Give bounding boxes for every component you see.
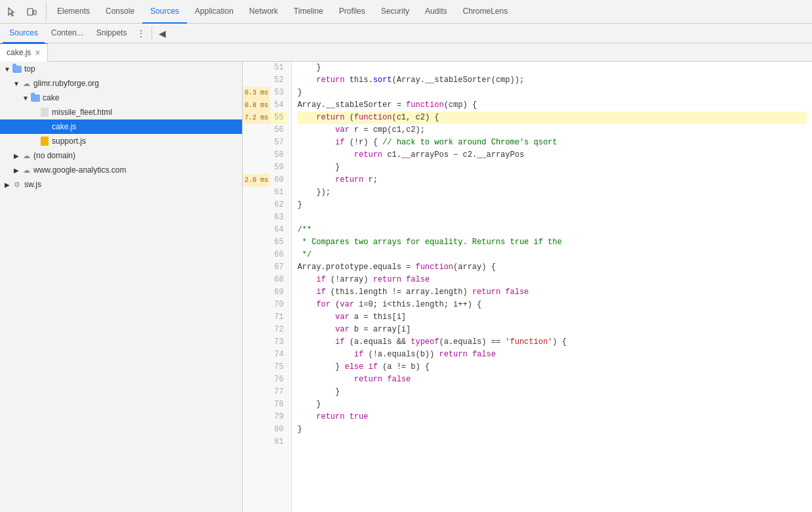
tree-arrow-top <box>3 64 12 74</box>
file-js-icon-cake-js <box>39 121 50 132</box>
tree-arrow-google-analytics <box>12 165 21 175</box>
line-number-70: 70 <box>274 299 283 311</box>
gutter-line-79: 79 <box>243 411 287 423</box>
tree-item-glimr[interactable]: ☁glimr.rubyforge.org <box>0 76 242 91</box>
gutter-line-80: 80 <box>243 423 287 436</box>
tab-content[interactable]: Conten... <box>45 24 90 43</box>
tree-item-no-domain[interactable]: ☁(no domain) <box>0 148 242 163</box>
code-line-52: return this.sort(Array.__stableSorter(cm… <box>297 74 807 87</box>
svg-rect-1 <box>33 11 36 14</box>
code-line-59: } <box>297 161 807 174</box>
tree-arrow-cake-folder <box>21 93 30 102</box>
nav-tab-profiles[interactable]: Profiles <box>331 0 373 24</box>
tree-item-sw-js[interactable]: ⚙sw.js <box>0 177 242 192</box>
tree-label-no-domain: (no domain) <box>33 151 75 160</box>
tree-arrow-cake-js <box>30 122 39 131</box>
tree-item-google-analytics[interactable]: ☁www.google-analytics.com <box>0 163 242 177</box>
gutter-line-77: 77 <box>243 386 287 398</box>
tab-snippets[interactable]: Snippets <box>90 24 134 43</box>
line-number-59: 59 <box>274 161 283 174</box>
line-number-61: 61 <box>274 186 283 199</box>
tree-arrow-no-domain <box>12 151 21 160</box>
nav-tab-security[interactable]: Security <box>373 0 417 24</box>
tree-label-missile_fleet: missile_fleet.html <box>52 108 112 117</box>
panel-toolbar: Sources Conten... Snippets ⋮ ◀ <box>0 24 812 43</box>
panel-back-button[interactable]: ◀ <box>155 26 169 41</box>
timing-badge-54: 0.8 ms <box>243 99 270 112</box>
nav-tab-console[interactable]: Console <box>98 0 142 24</box>
line-number-73: 73 <box>274 336 283 349</box>
main-content-area: top☁glimr.rubyforge.orgcakemissile_fleet… <box>0 62 812 512</box>
gutter-line-57: 57 <box>243 137 287 149</box>
device-mode-icon[interactable] <box>22 3 41 21</box>
nav-tab-application[interactable]: Application <box>187 0 241 24</box>
code-editor[interactable]: 51520.3 ms530.8 ms547.2 ms55565758592.0 … <box>243 62 812 512</box>
tree-item-top[interactable]: top <box>0 62 242 76</box>
gutter-line-58: 58 <box>243 149 287 161</box>
tree-arrow-support-js <box>30 137 39 146</box>
nav-tab-timeline[interactable]: Timeline <box>286 0 331 24</box>
line-number-56: 56 <box>274 124 283 137</box>
tree-label-glimr: glimr.rubyforge.org <box>33 79 99 88</box>
gutter-line-64: 64 <box>243 224 287 236</box>
tree-arrow-sw-js <box>3 180 12 189</box>
line-number-74: 74 <box>274 349 283 361</box>
gutter-line-63: 63 <box>243 211 287 224</box>
tree-item-cake-js[interactable]: cake.js <box>0 119 242 134</box>
cursor-icon[interactable] <box>3 3 21 21</box>
tree-label-google-analytics: www.google-analytics.com <box>33 165 126 175</box>
tab-sources[interactable]: Sources <box>3 24 45 43</box>
code-line-51: } <box>297 62 807 74</box>
nav-tab-sources[interactable]: Sources <box>142 0 187 24</box>
gutter-line-75: 75 <box>243 361 287 373</box>
line-number-53: 53 <box>274 87 283 99</box>
nav-tab-chromelens[interactable]: ChromeLens <box>455 0 516 24</box>
code-gutter: 51520.3 ms530.8 ms547.2 ms55565758592.0 … <box>243 62 292 512</box>
line-number-80: 80 <box>274 423 283 436</box>
nav-tab-elements[interactable]: Elements <box>49 0 98 24</box>
nav-tab-network[interactable]: Network <box>241 0 286 24</box>
panel-tabs-more-button[interactable]: ⋮ <box>133 24 149 43</box>
tree-item-cake-folder[interactable]: cake <box>0 91 242 105</box>
file-js-yellow-icon-support-js <box>39 136 50 146</box>
gutter-line-68: 68 <box>243 274 287 286</box>
code-line-62: } <box>297 199 807 211</box>
tree-label-top: top <box>24 64 35 74</box>
code-line-63 <box>297 211 807 224</box>
line-number-66: 66 <box>274 249 283 261</box>
file-tab-cake-js[interactable]: cake.js × <box>0 43 48 62</box>
tree-item-missile_fleet[interactable]: missile_fleet.html <box>0 105 242 119</box>
code-line-60: return r; <box>297 174 807 186</box>
code-line-66: */ <box>297 249 807 261</box>
line-number-57: 57 <box>274 137 283 149</box>
gutter-line-56: 56 <box>243 124 287 137</box>
code-line-64: /** <box>297 224 807 236</box>
line-number-75: 75 <box>274 361 283 373</box>
gutter-line-59: 59 <box>243 161 287 174</box>
code-line-71: var a = this[i] <box>297 311 807 324</box>
code-line-70: for (var i=0; i<this.length; i++) { <box>297 299 807 311</box>
tree-item-support-js[interactable]: support.js <box>0 134 242 148</box>
line-number-72: 72 <box>274 324 283 336</box>
toolbar-divider <box>152 27 152 40</box>
tree-arrow-glimr <box>12 79 21 88</box>
code-line-77: } <box>297 386 807 398</box>
tree-label-sw-js: sw.js <box>24 180 41 189</box>
gutter-line-65: 65 <box>243 236 287 249</box>
line-number-51: 51 <box>274 62 283 74</box>
line-number-76: 76 <box>274 373 283 386</box>
line-number-77: 77 <box>274 386 283 398</box>
code-line-78: } <box>297 398 807 411</box>
code-line-72: var b = array[i] <box>297 324 807 336</box>
line-number-52: 52 <box>274 74 283 87</box>
code-line-76: return false <box>297 373 807 386</box>
file-html-icon-missile_fleet <box>39 107 50 117</box>
file-tab-close-button[interactable]: × <box>35 48 40 57</box>
gutter-line-76: 76 <box>243 373 287 386</box>
gutter-line-71: 71 <box>243 311 287 324</box>
nav-tab-audits[interactable]: Audits <box>417 0 455 24</box>
line-number-69: 69 <box>274 286 283 299</box>
folder-icon-cake-folder <box>30 93 41 103</box>
code-line-74: if (!a.equals(b)) return false <box>297 349 807 361</box>
gear-icon-sw-js: ⚙ <box>12 179 22 190</box>
